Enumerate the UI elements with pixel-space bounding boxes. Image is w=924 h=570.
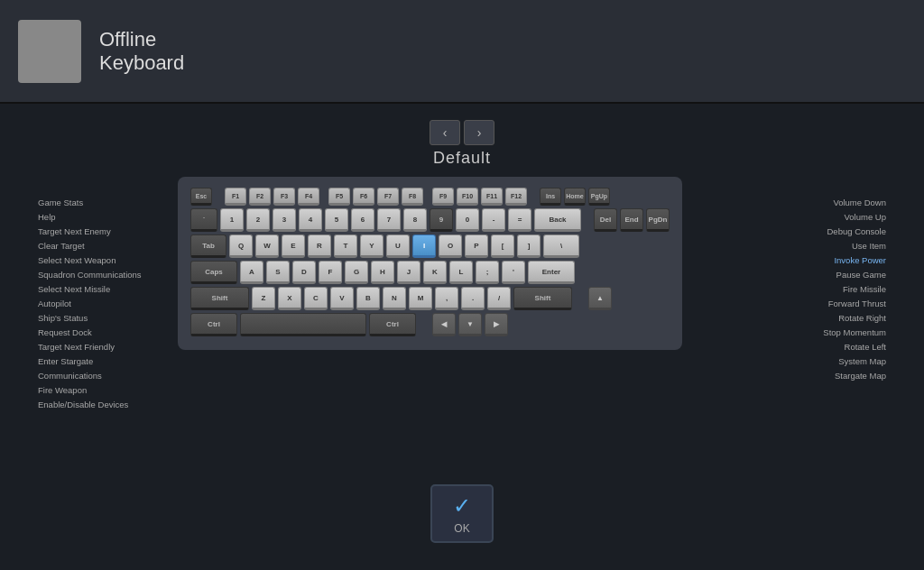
- key-5[interactable]: 5: [325, 208, 348, 232]
- key-semicolon[interactable]: ;: [476, 261, 499, 284]
- key-i[interactable]: I: [412, 234, 436, 258]
- caps-row: Caps A S D F G H J K L ; ' Enter: [190, 261, 670, 284]
- label-select-next-missile: Select Next Missile: [38, 281, 178, 296]
- key-equals[interactable]: =: [508, 208, 531, 232]
- key-y[interactable]: Y: [360, 234, 383, 258]
- key-k[interactable]: K: [423, 261, 447, 284]
- key-del[interactable]: Del: [594, 208, 617, 232]
- key-backtick[interactable]: `: [190, 208, 217, 232]
- right-labels: Volume Down Volume Up Debug Console Use …: [760, 195, 886, 382]
- label-rotate-left: Rotate Left: [760, 339, 886, 354]
- key-g[interactable]: G: [345, 261, 368, 284]
- key-f4[interactable]: F4: [298, 188, 319, 206]
- key-7[interactable]: 7: [377, 208, 401, 232]
- key-2[interactable]: 2: [246, 208, 270, 232]
- key-u[interactable]: U: [386, 234, 410, 258]
- shift-row: Shift Z X C V B N M , . / Shift ▲: [190, 287, 670, 310]
- key-slash[interactable]: /: [487, 287, 511, 310]
- key-f3[interactable]: F3: [273, 188, 295, 206]
- header: Offline Keyboard: [0, 0, 924, 104]
- key-lctrl[interactable]: Ctrl: [190, 313, 237, 336]
- key-0[interactable]: 0: [456, 208, 479, 232]
- key-tab[interactable]: Tab: [190, 234, 226, 258]
- key-pgup[interactable]: PgUp: [588, 188, 610, 206]
- key-f5[interactable]: F5: [328, 188, 350, 206]
- key-f2[interactable]: F2: [249, 188, 271, 206]
- key-backslash[interactable]: \: [543, 234, 579, 258]
- key-x[interactable]: X: [278, 287, 301, 310]
- key-lshift[interactable]: Shift: [190, 287, 249, 310]
- key-e[interactable]: E: [282, 234, 305, 258]
- key-lbracket[interactable]: [: [491, 234, 514, 258]
- key-f[interactable]: F: [319, 261, 342, 284]
- key-up[interactable]: ▲: [588, 287, 612, 310]
- key-pgdn[interactable]: PgDn: [646, 208, 670, 232]
- key-f11[interactable]: F11: [481, 188, 503, 206]
- label-communications: Communications: [38, 368, 178, 382]
- key-t[interactable]: T: [334, 234, 357, 258]
- key-space[interactable]: [240, 313, 366, 336]
- key-r[interactable]: R: [308, 234, 331, 258]
- key-f8[interactable]: F8: [402, 188, 423, 206]
- key-rctrl[interactable]: Ctrl: [369, 313, 416, 336]
- key-enter[interactable]: Enter: [528, 261, 575, 284]
- key-f12[interactable]: F12: [505, 188, 527, 206]
- key-j[interactable]: J: [397, 261, 420, 284]
- key-f7[interactable]: F7: [377, 188, 399, 206]
- key-down[interactable]: ▼: [458, 313, 482, 336]
- key-a[interactable]: A: [240, 261, 263, 284]
- key-l[interactable]: L: [449, 261, 473, 284]
- prev-profile-button[interactable]: ‹: [430, 120, 460, 145]
- key-period[interactable]: .: [461, 287, 485, 310]
- key-rshift[interactable]: Shift: [513, 287, 572, 310]
- key-p[interactable]: P: [465, 234, 488, 258]
- key-quote[interactable]: ': [502, 261, 525, 284]
- key-w[interactable]: W: [255, 234, 279, 258]
- key-rbracket[interactable]: ]: [517, 234, 541, 258]
- key-ins[interactable]: Ins: [540, 188, 561, 206]
- key-f10[interactable]: F10: [457, 188, 478, 206]
- key-9[interactable]: 9: [430, 208, 453, 232]
- key-backspace[interactable]: Back: [534, 208, 581, 232]
- key-f6[interactable]: F6: [353, 188, 374, 206]
- next-profile-button[interactable]: ›: [464, 120, 494, 145]
- key-6[interactable]: 6: [351, 208, 374, 232]
- key-f9[interactable]: F9: [432, 188, 454, 206]
- key-8[interactable]: 8: [403, 208, 427, 232]
- key-1[interactable]: 1: [220, 208, 244, 232]
- key-m[interactable]: M: [409, 287, 432, 310]
- key-3[interactable]: 3: [273, 208, 296, 232]
- key-n[interactable]: N: [383, 287, 406, 310]
- ok-button[interactable]: ✓ OK: [430, 484, 494, 543]
- key-4[interactable]: 4: [299, 208, 322, 232]
- number-row: ` 1 2 3 4 5 6 7 8 9 0 - = Back: [190, 208, 670, 232]
- key-home[interactable]: Home: [564, 188, 586, 206]
- key-minus[interactable]: -: [482, 208, 505, 232]
- key-right[interactable]: ▶: [485, 313, 508, 336]
- ok-checkmark: ✓: [453, 493, 471, 519]
- key-f1[interactable]: F1: [225, 188, 246, 206]
- label-ships-status: Ship's Status: [38, 310, 178, 325]
- key-c[interactable]: C: [304, 287, 328, 310]
- label-stargate-map: Stargate Map: [760, 368, 886, 382]
- key-q[interactable]: Q: [229, 234, 253, 258]
- nav-arrows: ‹ ›: [430, 120, 494, 145]
- key-h[interactable]: H: [371, 261, 394, 284]
- label-fire-weapon: Fire Weapon: [38, 382, 178, 397]
- label-enable-disable: Enable/Disable Devices: [38, 397, 178, 411]
- keyboard: Esc F1 F2 F3 F4 F5 F6 F7 F8 F9 F10: [178, 177, 760, 350]
- key-comma[interactable]: ,: [435, 287, 458, 310]
- key-z[interactable]: Z: [252, 287, 275, 310]
- key-left[interactable]: ◀: [432, 313, 456, 336]
- key-caps[interactable]: Caps: [190, 261, 237, 284]
- label-autopilot: Autopilot: [38, 296, 178, 310]
- header-title-line1: Offline: [99, 28, 184, 51]
- key-d[interactable]: D: [292, 261, 316, 284]
- key-esc[interactable]: Esc: [190, 188, 212, 206]
- key-end[interactable]: End: [620, 208, 643, 232]
- key-b[interactable]: B: [356, 287, 380, 310]
- key-v[interactable]: V: [330, 287, 354, 310]
- key-s[interactable]: S: [266, 261, 290, 284]
- label-select-next-weapon: Select Next Weapon: [38, 253, 178, 267]
- key-o[interactable]: O: [439, 234, 462, 258]
